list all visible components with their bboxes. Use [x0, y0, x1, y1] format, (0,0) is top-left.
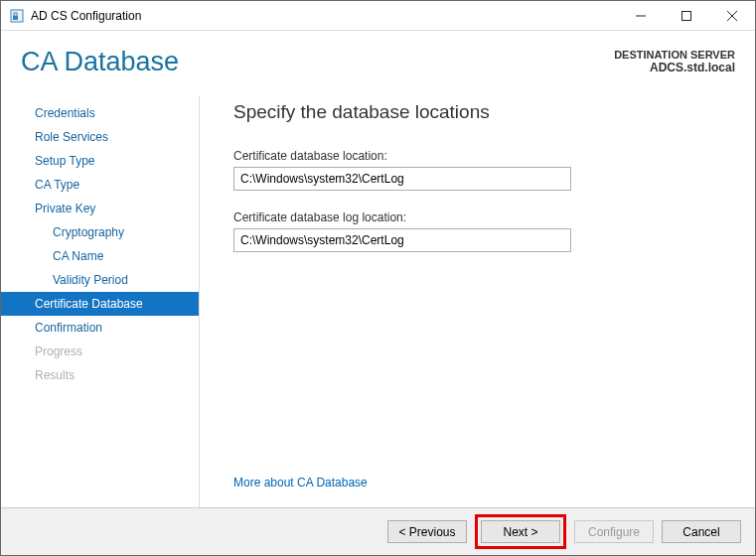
- header-row: CA Database DESTINATION SERVER ADCS.std.…: [1, 31, 755, 77]
- sidebar-item-ca-type[interactable]: CA Type: [1, 173, 199, 197]
- sidebar: CredentialsRole ServicesSetup TypeCA Typ…: [1, 95, 200, 507]
- close-button[interactable]: [709, 1, 755, 31]
- destination-label: DESTINATION SERVER: [614, 49, 735, 61]
- app-icon: [9, 8, 25, 24]
- configure-button[interactable]: Configure: [574, 520, 654, 543]
- sidebar-item-private-key[interactable]: Private Key: [1, 197, 199, 220]
- svg-rect-4: [682, 11, 691, 20]
- next-button[interactable]: Next >: [481, 520, 560, 543]
- sidebar-item-validity-period[interactable]: Validity Period: [1, 268, 199, 292]
- page-title: CA Database: [21, 47, 179, 77]
- sidebar-item-credentials[interactable]: Credentials: [1, 101, 199, 125]
- body: CredentialsRole ServicesSetup TypeCA Typ…: [1, 77, 755, 507]
- destination-name: ADCS.std.local: [614, 61, 735, 74]
- main-panel: Specify the database locations Certifica…: [200, 95, 755, 507]
- sidebar-item-setup-type[interactable]: Setup Type: [1, 149, 199, 173]
- main-heading: Specify the database locations: [233, 101, 731, 123]
- sidebar-item-confirmation[interactable]: Confirmation: [1, 316, 199, 340]
- sidebar-item-cryptography[interactable]: Cryptography: [1, 220, 199, 244]
- sidebar-item-progress: Progress: [1, 340, 199, 363]
- sidebar-item-certificate-database[interactable]: Certificate Database: [1, 292, 199, 316]
- next-button-highlight: Next >: [475, 514, 566, 549]
- sidebar-item-ca-name[interactable]: CA Name: [1, 244, 199, 268]
- more-about-link[interactable]: More about CA Database: [233, 476, 731, 489]
- sidebar-item-role-services[interactable]: Role Services: [1, 125, 199, 149]
- window-title: AD CS Configuration: [31, 9, 141, 23]
- sidebar-item-results: Results: [1, 363, 199, 387]
- maximize-button[interactable]: [664, 1, 709, 31]
- content: CA Database DESTINATION SERVER ADCS.std.…: [1, 31, 755, 555]
- log-location-label: Certificate database log location:: [233, 210, 731, 224]
- cancel-button[interactable]: Cancel: [662, 520, 741, 543]
- minimize-button[interactable]: [618, 1, 664, 31]
- titlebar: AD CS Configuration: [1, 1, 755, 31]
- db-location-label: Certificate database location:: [233, 149, 731, 163]
- window: AD CS Configuration CA Database DESTINAT…: [0, 0, 756, 556]
- previous-button[interactable]: < Previous: [387, 520, 467, 543]
- svg-rect-1: [13, 16, 18, 20]
- db-location-input[interactable]: [233, 167, 571, 191]
- destination-server: DESTINATION SERVER ADCS.std.local: [614, 47, 735, 74]
- footer: < Previous Next > Configure Cancel: [1, 507, 755, 555]
- log-location-input[interactable]: [233, 228, 571, 252]
